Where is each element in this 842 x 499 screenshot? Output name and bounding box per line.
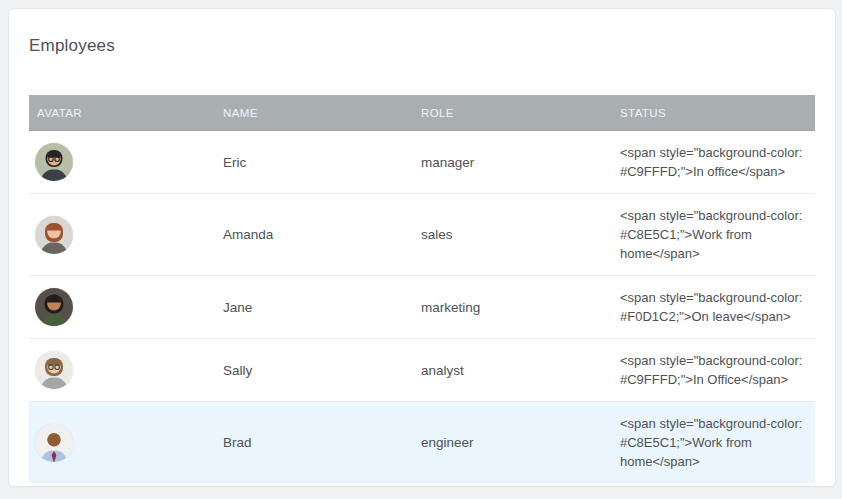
name-cell: Amanda <box>215 213 413 256</box>
employees-table: AVATAR NAME ROLE STATUS <box>29 95 815 483</box>
status-cell: <span style="background-color: #C9FFFD;"… <box>612 339 810 401</box>
person-avatar-icon <box>35 288 73 326</box>
person-avatar-icon <box>35 216 73 254</box>
person-avatar-icon <box>35 351 73 389</box>
status-cell: <span style="background-color: #C9FFFD;"… <box>612 131 810 193</box>
avatar <box>35 424 73 462</box>
role-cell: sales <box>413 213 612 256</box>
status-raw-html-text: <span style="background-color: #F0D1C2;"… <box>620 288 806 326</box>
avatar <box>35 288 73 326</box>
table-row[interactable]: Sally analyst <span style="background-co… <box>29 339 815 402</box>
status-raw-html-text: <span style="background-color: #C9FFFD;"… <box>620 143 806 181</box>
table-row[interactable]: Jane marketing <span style="background-c… <box>29 276 815 339</box>
avatar <box>35 216 73 254</box>
avatar-cell <box>29 204 215 266</box>
role-cell: engineer <box>413 421 612 464</box>
column-header-status: STATUS <box>612 107 815 119</box>
status-cell: <span style="background-color: #C8E5C1;"… <box>612 402 810 483</box>
employees-card: Employees AVATAR NAME ROLE STATUS <box>8 8 836 487</box>
name-cell: Eric <box>215 141 413 184</box>
name-cell: Jane <box>215 286 413 329</box>
status-cell: <span style="background-color: #C8E5C1;"… <box>612 194 810 275</box>
role-cell: marketing <box>413 286 612 329</box>
column-header-name: NAME <box>215 107 413 119</box>
status-raw-html-text: <span style="background-color: #C9FFFD;"… <box>620 351 806 389</box>
table-header-row: AVATAR NAME ROLE STATUS <box>29 95 815 131</box>
person-avatar-icon <box>35 143 73 181</box>
avatar <box>35 351 73 389</box>
status-raw-html-text: <span style="background-color: #C8E5C1;"… <box>620 206 806 263</box>
avatar <box>35 143 73 181</box>
role-cell: analyst <box>413 349 612 392</box>
column-header-role: ROLE <box>413 107 612 119</box>
page-title: Employees <box>29 36 815 56</box>
status-cell: <span style="background-color: #F0D1C2;"… <box>612 276 810 338</box>
table-row[interactable]: Eric manager <span style="background-col… <box>29 131 815 194</box>
avatar-cell <box>29 276 215 338</box>
avatar-cell <box>29 131 215 193</box>
name-cell: Brad <box>215 421 413 464</box>
name-cell: Sally <box>215 349 413 392</box>
avatar-cell <box>29 339 215 401</box>
avatar-cell <box>29 412 215 474</box>
table-row[interactable]: Amanda sales <span style="background-col… <box>29 194 815 276</box>
column-header-avatar: AVATAR <box>29 107 215 119</box>
person-avatar-icon <box>35 424 73 462</box>
table-row-selected[interactable]: Brad engineer <span style="background-co… <box>29 402 815 483</box>
status-raw-html-text: <span style="background-color: #C8E5C1;"… <box>620 414 806 471</box>
role-cell: manager <box>413 141 612 184</box>
